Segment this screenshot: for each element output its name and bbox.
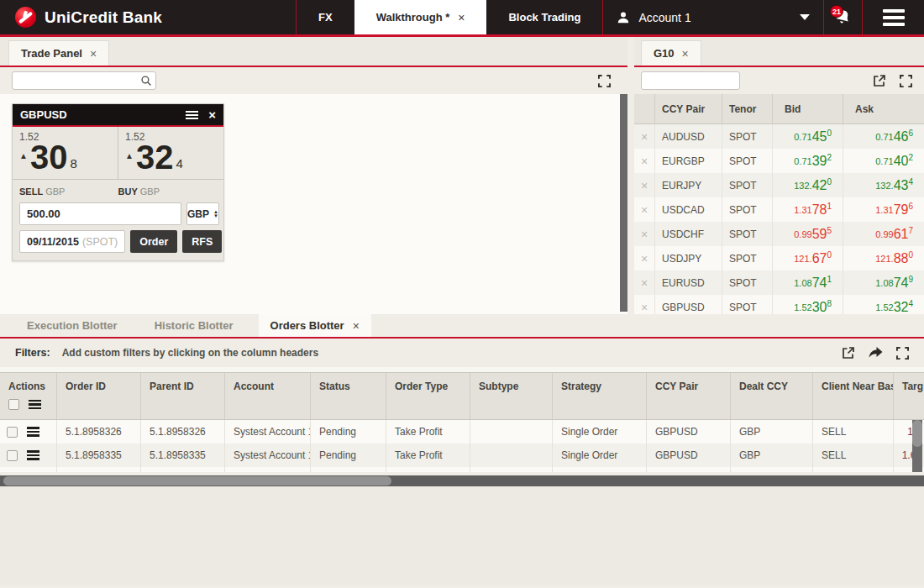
widget-menu-icon[interactable]: [186, 111, 198, 119]
scrollbar-thumb[interactable]: [3, 476, 391, 486]
remove-pair-icon[interactable]: ×: [634, 149, 654, 173]
header-client-near-base[interactable]: Client Near Bas: [813, 373, 894, 419]
account-selector[interactable]: Account 1: [602, 0, 823, 34]
close-icon[interactable]: ×: [458, 11, 465, 24]
widget-close-icon[interactable]: ×: [208, 108, 216, 121]
select-all-checkbox[interactable]: [8, 399, 19, 410]
sell-price-tile[interactable]: 1.52 ▲ 30 8: [13, 127, 118, 179]
header-subtype[interactable]: Subtype: [470, 373, 553, 419]
top-tab-fx[interactable]: FX: [297, 0, 354, 34]
header-menu-icon[interactable]: [29, 400, 41, 410]
bid-price[interactable]: 1.31781: [772, 197, 843, 222]
top-tab-block-trading[interactable]: Block Trading: [486, 0, 602, 34]
ask-price[interactable]: 1.08749: [843, 270, 924, 295]
bid-price[interactable]: 0.99595: [772, 222, 843, 246]
search-input[interactable]: [12, 71, 156, 90]
header-ask[interactable]: Ask: [843, 94, 924, 123]
row-actions-cell: [0, 467, 57, 472]
fullscreen-icon[interactable]: [896, 347, 909, 360]
ask-price[interactable]: 121.880: [843, 246, 924, 270]
ask-price[interactable]: 0.71402: [843, 149, 924, 173]
close-icon[interactable]: ×: [90, 47, 97, 60]
tenor-cell: SPOT: [722, 173, 772, 197]
ask-price[interactable]: 0.71466: [843, 124, 924, 149]
currency-select[interactable]: GBP ▲▼: [186, 202, 219, 225]
blotter-row: 5.1.89583355.1.8958335Systest Account 1P…: [0, 444, 924, 467]
remove-pair-icon[interactable]: ×: [634, 222, 654, 246]
top-tab-walkthrough[interactable]: Walkthrough * ×: [354, 0, 487, 34]
header-bid[interactable]: Bid: [772, 94, 843, 123]
bid-price[interactable]: 0.71392: [772, 149, 843, 173]
vertical-scrollbar[interactable]: [912, 420, 922, 472]
tab-g10[interactable]: G10 ×: [641, 40, 701, 66]
header-order-type[interactable]: Order Type: [386, 373, 470, 419]
sell-price-tenth: 8: [70, 156, 76, 171]
trade-panel: Trade Panel × GBPUSD ×: [0, 37, 627, 314]
bid-price[interactable]: 0.71450: [772, 124, 843, 149]
header-parent-id[interactable]: Parent ID: [141, 373, 225, 419]
close-icon[interactable]: ×: [682, 47, 689, 60]
fullscreen-icon[interactable]: [900, 75, 912, 87]
horizontal-scrollbar[interactable]: [0, 475, 924, 486]
notifications-button[interactable]: 21: [823, 0, 862, 34]
header-target[interactable]: Targ: [894, 373, 924, 419]
ask-price[interactable]: 1.52324: [843, 295, 924, 314]
remove-pair-icon[interactable]: ×: [634, 246, 654, 270]
bid-price[interactable]: 1.08741: [772, 270, 843, 295]
popout-icon[interactable]: [842, 346, 855, 360]
header-tenor[interactable]: Tenor: [722, 94, 772, 123]
bid-price[interactable]: 132.420: [772, 173, 843, 197]
remove-pair-icon[interactable]: ×: [634, 124, 654, 149]
ask-price[interactable]: 1.31796: [843, 197, 924, 222]
ask-price[interactable]: 132.434: [843, 173, 924, 197]
order-button[interactable]: Order: [130, 230, 177, 253]
g10-row: ×GBPUSDSPOT1.523081.52324: [634, 295, 924, 314]
cell-strategy: Single Order: [553, 420, 647, 444]
sell-side-label: SELL GBP: [19, 186, 118, 197]
tab-orders-blotter[interactable]: Orders Blotter ×: [259, 314, 371, 337]
scrollbar-thumb[interactable]: [912, 420, 922, 447]
vertical-scrollbar[interactable]: [620, 94, 627, 312]
cell-account: Systest Account 1: [225, 467, 311, 472]
topbar: UniCredit Bank FX Walkthrough * × Block …: [0, 0, 924, 37]
ccy-pair-cell: EURJPY: [654, 173, 722, 197]
rfs-button[interactable]: RFS: [182, 230, 222, 253]
row-menu-icon[interactable]: [27, 450, 39, 460]
remove-pair-icon[interactable]: ×: [634, 173, 654, 197]
value-date-input[interactable]: 09/11/2015 (SPOT): [19, 230, 125, 253]
header-ccy-pair[interactable]: CCY Pair: [654, 94, 722, 123]
row-checkbox[interactable]: [7, 450, 18, 461]
buy-price-tile[interactable]: 1.52 ▲ 32 4: [118, 127, 223, 179]
header-account[interactable]: Account: [225, 373, 311, 419]
cell-account: Systest Account 1: [225, 444, 311, 467]
tab-trade-panel[interactable]: Trade Panel ×: [8, 40, 109, 66]
hamburger-icon: [883, 9, 905, 13]
search-icon[interactable]: [140, 75, 152, 87]
main-menu-button[interactable]: [862, 0, 924, 34]
share-icon[interactable]: [869, 347, 883, 360]
header-status[interactable]: Status: [311, 373, 386, 419]
search-input[interactable]: [641, 71, 740, 90]
amount-input[interactable]: [19, 202, 181, 225]
row-checkbox[interactable]: [7, 427, 18, 438]
g10-search: [641, 71, 740, 90]
row-menu-icon[interactable]: [27, 427, 39, 437]
fullscreen-icon[interactable]: [598, 75, 611, 87]
ask-price[interactable]: 0.99617: [843, 222, 924, 246]
header-dealt-ccy[interactable]: Dealt CCY: [731, 373, 813, 419]
close-icon[interactable]: ×: [353, 319, 360, 333]
cell-dealt-ccy: GBP: [731, 444, 813, 467]
header-order-id[interactable]: Order ID: [57, 373, 141, 419]
popout-icon[interactable]: [873, 74, 886, 87]
bid-price[interactable]: 1.52308: [772, 295, 843, 314]
tab-historic-blotter[interactable]: Historic Blotter: [143, 314, 245, 337]
tab-execution-blotter[interactable]: Execution Blotter: [15, 314, 129, 337]
remove-pair-icon[interactable]: ×: [634, 270, 654, 295]
blotter-row: 5.1.89583265.1.8958326Systest Account 1P…: [0, 420, 924, 444]
filters-label: Filters:: [15, 347, 50, 359]
remove-pair-icon[interactable]: ×: [634, 197, 654, 222]
bid-price[interactable]: 121.670: [772, 246, 843, 270]
remove-pair-icon[interactable]: ×: [634, 295, 654, 314]
header-strategy[interactable]: Strategy: [553, 373, 647, 419]
header-ccy-pair[interactable]: CCY Pair: [647, 373, 731, 419]
